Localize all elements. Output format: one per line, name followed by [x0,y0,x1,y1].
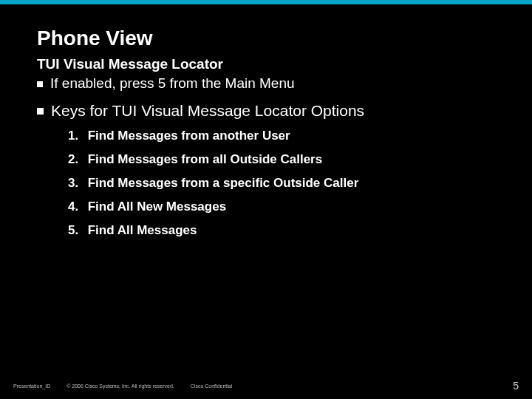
item-text: Find All Messages [88,223,197,237]
item-number: 4. [68,200,84,214]
list-item: 1. Find Messages from another User [68,129,495,143]
square-bullet-icon [37,81,43,87]
page-number: 5 [513,380,519,392]
slide-footer: Presentation_ID © 2006 Cisco Systems, In… [0,380,532,392]
bullet-text: If enabled, press 5 from the Main Menu [50,75,295,92]
item-text: Find All New Messages [88,200,226,214]
item-number: 5. [68,223,84,238]
item-number: 1. [68,129,84,143]
list-item: 4. Find All New Messages [68,200,495,214]
bullet-line-1: If enabled, press 5 from the Main Menu [37,75,495,92]
list-item: 2. Find Messages from all Outside Caller… [68,152,495,167]
item-text: Find Messages from all Outside Callers [88,152,322,166]
presentation-id: Presentation_ID [13,383,50,389]
bullet-line-2: Keys for TUI Visual Message Locator Opti… [37,102,495,120]
bullet-text: Keys for TUI Visual Message Locator Opti… [51,102,364,120]
item-text: Find Messages from another User [88,129,290,143]
item-text: Find Messages from a specific Outside Ca… [88,176,359,190]
copyright-text: © 2006 Cisco Systems, Inc. All rights re… [66,383,174,389]
slide-title: Phone View [37,27,495,50]
slide-content: Phone View TUI Visual Message Locator If… [0,4,532,238]
item-number: 3. [68,176,84,191]
confidential-text: Cisco Confidential [191,383,513,389]
slide-subtitle: TUI Visual Message Locator [37,56,495,72]
square-bullet-icon [37,108,44,115]
item-number: 2. [68,152,84,167]
list-item: 5. Find All Messages [68,223,495,238]
numbered-list: 1. Find Messages from another User 2. Fi… [68,129,495,238]
list-item: 3. Find Messages from a specific Outside… [68,176,495,191]
